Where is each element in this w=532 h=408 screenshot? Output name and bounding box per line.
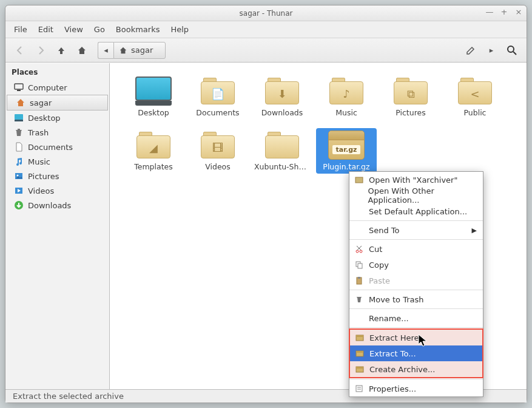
file-label: Templates	[134, 162, 173, 171]
music-icon	[14, 157, 24, 166]
context-menu-item[interactable]: Set Default Application...	[349, 203, 483, 219]
svg-point-11	[356, 250, 359, 253]
sidebar-item-desktop[interactable]: Desktop	[5, 110, 109, 125]
file-item[interactable]: ⬇Downloads	[252, 74, 312, 120]
svg-rect-20	[356, 351, 363, 353]
sidebar-item-documents[interactable]: Documents	[5, 140, 109, 154]
titlebar[interactable]: sagar - Thunar — + ×	[5, 5, 527, 21]
props-icon	[354, 384, 364, 393]
menu-go[interactable]: Go	[94, 25, 105, 34]
file-item[interactable]: ◢Templates	[123, 128, 184, 174]
svg-rect-23	[356, 386, 362, 392]
blank-icon	[354, 191, 363, 200]
file-item[interactable]: ⧉Pictures	[380, 74, 441, 120]
trash-icon	[14, 127, 24, 137]
context-menu-item[interactable]: Extract Here	[350, 330, 482, 345]
context-menu-item[interactable]: Extract To...	[350, 345, 482, 361]
file-item[interactable]: 🎞Videos	[187, 128, 248, 174]
path-back-button[interactable]: ◂	[98, 42, 113, 59]
edit-path-button[interactable]	[462, 42, 479, 59]
context-menu-label: Send To	[369, 226, 400, 235]
menu-help[interactable]: Help	[170, 25, 189, 34]
svg-point-7	[17, 175, 19, 177]
file-item[interactable]: Xubuntu-Shared	[252, 128, 312, 174]
nav-up-button[interactable]	[53, 42, 70, 59]
file-label: Documents	[196, 108, 239, 117]
downloads-icon	[14, 200, 24, 210]
sidebar-item-pictures[interactable]: Pictures	[5, 169, 109, 183]
copy-icon	[354, 260, 364, 270]
folder-icon: ◢	[135, 131, 172, 160]
menu-bookmarks[interactable]: Bookmarks	[116, 25, 160, 34]
file-item[interactable]: 📄Documents	[187, 74, 248, 120]
file-label: Downloads	[261, 108, 303, 117]
context-menu-item[interactable]: Properties...	[349, 381, 483, 396]
context-menu-item[interactable]: Rename...	[349, 310, 483, 326]
desktop-icon	[135, 76, 172, 106]
file-item[interactable]: <Public	[445, 74, 505, 120]
context-menu-item[interactable]: Copy	[349, 257, 483, 273]
file-item[interactable]: ♪Music	[316, 74, 377, 120]
context-menu-label: Move to Trash	[369, 295, 424, 304]
svg-rect-3	[17, 90, 21, 91]
home-icon	[119, 46, 127, 55]
minimize-button[interactable]: —	[485, 7, 494, 16]
menu-file[interactable]: File	[14, 25, 27, 34]
context-menu-label: Open With "Xarchiver"	[369, 175, 457, 185]
nav-forward-button[interactable]	[32, 42, 49, 59]
context-menu-label: Open With Other Application...	[368, 186, 477, 205]
menu-edit[interactable]: Edit	[38, 25, 53, 34]
svg-rect-14	[358, 264, 362, 268]
pathbar: ◂ sagar	[98, 42, 166, 59]
svg-line-1	[513, 52, 516, 55]
context-menu-item[interactable]: Create Archive...	[350, 361, 482, 377]
file-label: Public	[464, 108, 487, 117]
close-button[interactable]: ×	[514, 7, 523, 16]
nav-home-button[interactable]	[73, 42, 90, 59]
sidebar-item-computer[interactable]: Computer	[5, 80, 109, 95]
svg-point-12	[360, 250, 362, 253]
folder-icon: <	[457, 76, 493, 106]
menu-separator	[349, 379, 483, 379]
sidebar-item-label: Desktop	[28, 114, 61, 123]
sidebar-item-videos[interactable]: Videos	[5, 183, 109, 198]
menu-separator	[349, 239, 483, 240]
path-more-button[interactable]: ▸	[483, 42, 500, 59]
sidebar-item-sagar[interactable]: sagar	[7, 95, 108, 110]
folder-icon: 📄	[200, 76, 236, 106]
file-item[interactable]: Desktop	[123, 74, 184, 120]
blank-icon	[354, 206, 364, 216]
file-label: Pictures	[396, 108, 426, 117]
context-menu-item[interactable]: Move to Trash	[349, 291, 483, 307]
sidebar-item-label: Music	[28, 157, 50, 166]
context-menu-item[interactable]: Cut	[349, 241, 483, 257]
box-icon	[355, 364, 365, 374]
home-icon	[16, 98, 25, 107]
sidebar-item-music[interactable]: Music	[5, 154, 109, 169]
context-menu-item[interactable]: Send To▶	[349, 222, 483, 238]
context-menu-item[interactable]: Open With Other Application...	[349, 188, 483, 203]
blank-icon	[354, 313, 364, 323]
paste-icon	[354, 276, 364, 285]
context-menu-label: Paste	[369, 276, 390, 285]
maximize-button[interactable]: +	[500, 7, 508, 16]
path-segment-label: sagar	[131, 46, 153, 55]
menu-view[interactable]: View	[64, 25, 83, 34]
folder-icon: ♪	[328, 76, 365, 106]
nav-back-button[interactable]	[12, 42, 29, 59]
file-item[interactable]: tar.gzPlugin.tar.gz	[316, 128, 377, 174]
file-label: Plugin.tar.gz	[323, 162, 369, 171]
menu-separator	[349, 308, 483, 309]
path-segment-home[interactable]: sagar	[113, 42, 166, 59]
sidebar-item-trash[interactable]: Trash	[5, 125, 109, 140]
context-menu-item[interactable]: Open With "Xarchiver"	[349, 172, 483, 188]
svg-rect-18	[356, 335, 363, 337]
sidebar-item-label: Computer	[28, 83, 67, 92]
search-button[interactable]	[503, 42, 520, 59]
menubar: File Edit View Go Bookmarks Help	[5, 21, 527, 38]
sidebar-item-label: Downloads	[28, 201, 71, 210]
box-icon	[355, 333, 365, 342]
sidebar-item-downloads[interactable]: Downloads	[5, 198, 109, 212]
desktop-icon	[14, 113, 24, 123]
svg-rect-16	[358, 277, 360, 279]
